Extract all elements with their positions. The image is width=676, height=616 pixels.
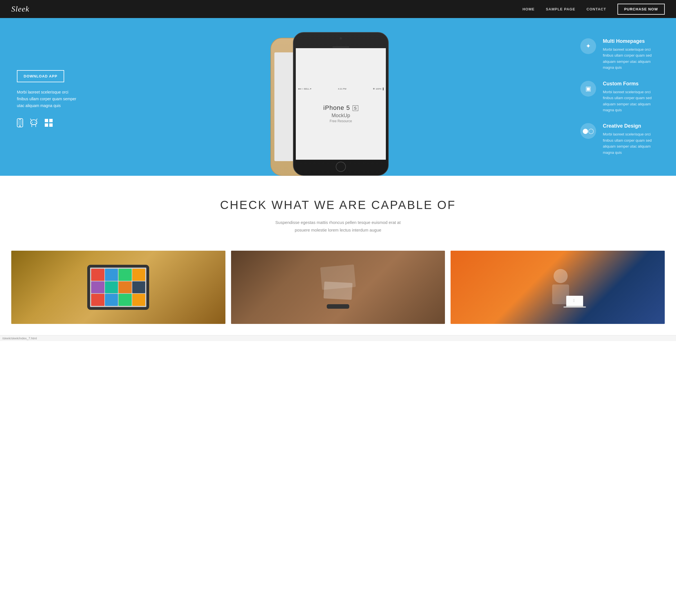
svg-rect-14 (49, 123, 53, 127)
phone-camera (340, 37, 342, 40)
capabilities-subtext-1: Suspendisse egestas mattis rhoncus pelle… (11, 218, 665, 226)
gallery-item-stationery[interactable] (231, 251, 445, 324)
svg-point-2 (19, 125, 20, 126)
multi-homepages-icon-circle: ✦ (580, 38, 596, 54)
tablet-icon: ▣ (585, 85, 591, 92)
phone-container: ●●○○ BELL ▾ 4:21 PM ✻ 100% ▐ iPhone 5 S … (271, 29, 389, 176)
svg-rect-11 (45, 119, 48, 122)
phone-home-button (336, 162, 346, 172)
capabilities-heading: CHECK WHAT WE ARE CAPABLE OF (11, 198, 665, 212)
status-url: /sleek/sleek/index_7.html (2, 337, 37, 340)
phone-variant-badge: S (353, 105, 358, 111)
svg-line-5 (31, 119, 31, 120)
thumb-9 (91, 294, 104, 306)
download-app-button[interactable]: DOWNLOAD APP (17, 70, 64, 82)
tablet-mockup (11, 251, 225, 324)
gallery-item-person[interactable]:  (451, 251, 665, 324)
capabilities-subtext-2: posuere molestie lorem lectus interdum a… (11, 226, 665, 234)
thumb-10 (105, 294, 118, 306)
ios-icon (17, 118, 23, 129)
wand-icon: ✦ (586, 43, 591, 50)
toggle-icon: ⬤◯ (582, 128, 594, 134)
creative-design-desc: Morbi laoreet scelerisque orci finibus u… (603, 131, 662, 155)
person-illustration:  (530, 259, 586, 315)
nav-home[interactable]: HOME (522, 7, 534, 11)
person-mockup:  (451, 251, 665, 324)
custom-forms-icon-circle: ▣ (580, 81, 596, 97)
site-logo[interactable]: Sleek (11, 4, 29, 13)
capabilities-section: CHECK WHAT WE ARE CAPABLE OF Suspendisse… (0, 176, 676, 251)
svg-rect-12 (49, 119, 53, 122)
creative-design-title: Creative Design (603, 123, 662, 129)
gallery:  (0, 251, 676, 335)
stationery-card-2 (323, 281, 352, 300)
multi-homepages-desc: Morbi laoreet scelerisque orci finibus u… (603, 47, 662, 71)
stationery-pen (327, 304, 349, 309)
phone-subtitle: MockUp (323, 113, 358, 118)
thumb-12 (132, 294, 146, 306)
svg-text::  (573, 298, 575, 303)
feature-custom-forms: ▣ Custom Forms Morbi laoreet scelerisque… (580, 81, 662, 113)
phone-battery: ✻ 100% ▐ (373, 88, 384, 90)
phone-model-name: iPhone 5 S (323, 104, 358, 111)
thumb-3 (118, 269, 132, 281)
tablet-screen (87, 265, 149, 310)
multi-homepages-text: Multi Homepages Morbi laoreet scelerisqu… (603, 38, 662, 71)
phone-speaker (332, 46, 349, 48)
svg-line-6 (36, 119, 37, 120)
nav-contact[interactable]: CONTACT (586, 7, 606, 11)
creative-design-text: Creative Design Morbi laoreet scelerisqu… (603, 123, 662, 155)
svg-rect-1 (19, 119, 21, 120)
phone-status-bar: ●●○○ BELL ▾ 4:21 PM ✻ 100% ▐ (296, 88, 386, 90)
windows-icon (45, 118, 53, 129)
svg-point-8 (35, 122, 36, 122)
hero-section: DOWNLOAD APP Morbi laoreet scelerisque o… (0, 18, 676, 176)
navbar: Sleek HOME SAMPLE PAGE CONTACT PURCHASE … (0, 0, 676, 18)
hero-phone-area: ●●○○ BELL ▾ 4:21 PM ✻ 100% ▐ iPhone 5 S … (90, 18, 569, 176)
svg-point-7 (32, 122, 33, 122)
svg-rect-13 (45, 123, 48, 127)
gallery-item-tablet[interactable] (11, 251, 225, 324)
android-icon (30, 118, 38, 129)
phone-time: 4:21 PM (338, 88, 346, 90)
custom-forms-text: Custom Forms Morbi laoreet scelerisque o… (603, 81, 662, 113)
platform-icons (17, 118, 79, 129)
thumb-4 (132, 269, 146, 281)
multi-homepages-title: Multi Homepages (603, 38, 662, 44)
phone-carrier: ●●○○ BELL ▾ (298, 88, 311, 90)
thumb-6 (105, 281, 118, 294)
thumb-7 (118, 281, 132, 294)
feature-multi-homepages: ✦ Multi Homepages Morbi laoreet sceleris… (580, 38, 662, 71)
hero-features: ✦ Multi Homepages Morbi laoreet sceleris… (569, 18, 676, 176)
thumb-5 (91, 281, 104, 294)
custom-forms-desc: Morbi laoreet scelerisque orci finibus u… (603, 89, 662, 113)
svg-point-15 (554, 269, 568, 283)
hero-left: DOWNLOAD APP Morbi laoreet scelerisque o… (0, 18, 90, 176)
thumb-2 (105, 269, 118, 281)
nav-links: HOME SAMPLE PAGE CONTACT PURCHASE NOW (522, 4, 665, 15)
svg-rect-3 (18, 120, 22, 125)
thumb-8 (132, 281, 146, 294)
thumb-11 (118, 294, 132, 306)
stationery-mockup (231, 251, 445, 324)
nav-sample-page[interactable]: SAMPLE PAGE (546, 7, 575, 11)
custom-forms-title: Custom Forms (603, 81, 662, 87)
feature-creative-design: ⬤◯ Creative Design Morbi laoreet sceleri… (580, 123, 662, 155)
svg-rect-19 (563, 306, 586, 308)
browser-status-bar: /sleek/sleek/index_7.html (0, 335, 676, 341)
thumb-1 (91, 269, 104, 281)
phone-free-label: Free Resource (323, 119, 358, 123)
phone-front: ●●○○ BELL ▾ 4:21 PM ✻ 100% ▐ iPhone 5 S … (293, 32, 389, 176)
phone-screen: ●●○○ BELL ▾ 4:21 PM ✻ 100% ▐ iPhone 5 S … (296, 48, 386, 160)
hero-description: Morbi laoreet scelerisque orci finibus u… (17, 89, 79, 109)
creative-design-icon-circle: ⬤◯ (580, 123, 596, 139)
phone-screen-content: iPhone 5 S MockUp Free Resource (323, 104, 358, 123)
purchase-now-button[interactable]: PURCHASE NOW (617, 4, 665, 15)
